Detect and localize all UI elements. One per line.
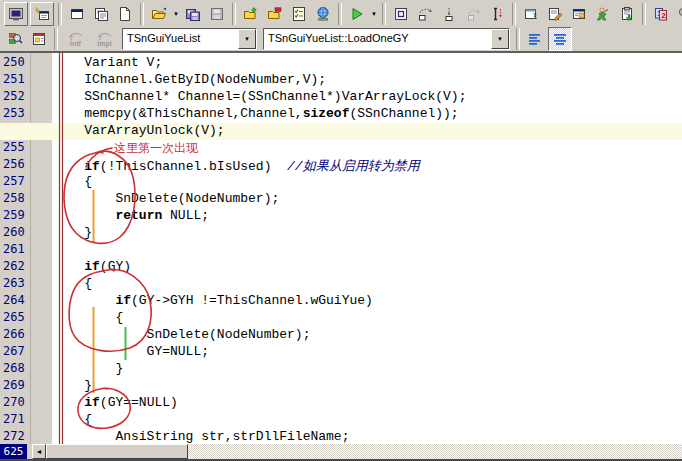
todo-list-icon <box>291 6 307 22</box>
line-number: 256 <box>0 157 52 174</box>
code-keyword: if <box>84 259 100 274</box>
toolbar-separator <box>512 3 516 25</box>
code-line: Variant V; <box>53 55 682 72</box>
code-line: if(GY->GYH !=ThisChannel.wGuiYue) <box>53 293 682 310</box>
line-number: 255 <box>0 140 52 157</box>
code-text: Variant V; <box>53 55 162 70</box>
goto-interface-button[interactable]: Intf <box>62 29 89 50</box>
code-text <box>53 159 84 174</box>
scrollbar-thumb[interactable] <box>46 444 188 459</box>
code-line: { <box>53 174 682 191</box>
code-line <box>53 242 682 259</box>
sort-left-button[interactable] <box>524 28 546 50</box>
environment-options-button[interactable] <box>674 3 682 25</box>
trace-into-icon <box>417 6 433 22</box>
code-line: { <box>53 276 682 293</box>
run-dropdown-arrow[interactable]: ▼ <box>369 3 379 25</box>
code-text: (GY==NULL) <box>100 395 178 410</box>
main-toolbar: ▼▼12? <box>0 0 682 27</box>
code-text <box>53 259 84 274</box>
browse-symbol-button[interactable] <box>4 28 26 50</box>
trace-into-button[interactable] <box>414 3 436 25</box>
open-file-dropdown-arrow[interactable]: ▼ <box>171 3 181 25</box>
intf-label: Intf <box>70 40 81 47</box>
status-row: 625 ◄ <box>0 444 682 459</box>
run-until-return-button <box>462 3 484 25</box>
project-manager-button[interactable] <box>568 3 590 25</box>
sort-center-icon <box>552 31 568 47</box>
chevron-down-icon[interactable]: ▼ <box>491 29 509 49</box>
code-line: GY=NULL; <box>53 344 682 361</box>
open-file-icon <box>151 6 167 22</box>
select-unit-icon <box>523 6 539 22</box>
line-number: 269 <box>0 378 52 395</box>
class-combo[interactable]: TSnGuiYueList ▼ <box>122 28 257 50</box>
code-text: { <box>53 276 92 291</box>
code-text: { <box>53 412 92 427</box>
code-explorer-button[interactable] <box>28 28 50 50</box>
step-over-icon <box>441 6 457 22</box>
line-number: 258 <box>0 191 52 208</box>
code-text: SnDelete(NodeNumber); <box>53 191 279 206</box>
gutter[interactable]: 2502512522532542552562572582592602612622… <box>0 53 52 444</box>
sort-center-button[interactable] <box>548 27 572 51</box>
chevron-down-icon[interactable]: ▼ <box>238 29 256 49</box>
debug-windows-button[interactable] <box>592 3 614 25</box>
program-reset-button[interactable] <box>390 3 412 25</box>
goto-implementation-button[interactable]: Impl <box>91 29 118 50</box>
method-combo-value[interactable]: TSnGuiYueList::LoadOneGY <box>264 29 491 49</box>
edit-source-button[interactable] <box>544 3 566 25</box>
new-form-button[interactable] <box>66 3 88 25</box>
run-to-cursor-button[interactable] <box>486 3 508 25</box>
web-deploy-button[interactable] <box>312 3 334 25</box>
line-number: 253 <box>0 106 52 123</box>
jump-arrow-icon <box>69 32 83 40</box>
environment-options-icon <box>677 6 682 22</box>
run-button[interactable] <box>346 3 368 25</box>
view-unit-icon <box>93 6 109 22</box>
save-all-button[interactable] <box>182 3 204 25</box>
open-file-button[interactable] <box>148 3 170 25</box>
view-unit-button[interactable] <box>90 3 112 25</box>
line-number: 262 <box>0 259 52 276</box>
code-line: SSnChannel* Channel=(SSnChannel*)VarArra… <box>53 89 682 106</box>
code-pane[interactable]: Variant V; IChannel.GetByID(NodeNumber,V… <box>53 53 682 444</box>
code-text: (!ThisChannel.bIsUsed) <box>100 159 287 174</box>
code-text: } <box>53 361 123 376</box>
toolbar-separator <box>58 3 62 25</box>
scroll-left-arrow[interactable]: ◄ <box>32 444 46 459</box>
step-over-button[interactable] <box>438 3 460 25</box>
class-combo-value[interactable]: TSnGuiYueList <box>123 29 238 49</box>
view-form-button[interactable] <box>4 2 28 26</box>
add-to-project-button[interactable] <box>240 3 262 25</box>
select-unit-button[interactable] <box>520 3 542 25</box>
edit-source-icon <box>547 6 563 22</box>
remove-from-project-button[interactable] <box>264 3 286 25</box>
code-keyword: sizeof <box>303 106 350 121</box>
toggle-form-unit-button[interactable] <box>30 2 54 26</box>
code-text: (SSnChannel)); <box>349 106 458 121</box>
horizontal-scrollbar[interactable]: ◄ <box>32 444 682 459</box>
code-editor[interactable]: 2502512522532542552562572582592602612622… <box>0 51 682 444</box>
method-combo[interactable]: TSnGuiYueList::LoadOneGY ▼ <box>263 28 510 50</box>
code-explorer-icon <box>31 31 47 47</box>
line-number: 260 <box>0 225 52 242</box>
todo-list-button[interactable] <box>288 3 310 25</box>
code-line: AnsiString str,strDllFileName; <box>53 429 682 444</box>
code-line: SnDelete(NodeNumber); <box>53 191 682 208</box>
code-text: VarArrayUnlock(V); <box>53 123 225 138</box>
form-list-button[interactable]: 12 <box>650 3 672 25</box>
web-deploy-icon <box>315 6 331 22</box>
code-text: } <box>53 378 92 393</box>
code-text: IChannel.GetByID(NodeNumber,V); <box>53 72 326 87</box>
svg-text:2: 2 <box>661 10 666 19</box>
view-form-icon <box>8 6 24 22</box>
toolbar-separator <box>642 3 646 25</box>
status-line-indicator: 625 <box>0 444 27 459</box>
install-packages-button[interactable] <box>616 3 638 25</box>
code-line: if(GY==NULL) <box>53 395 682 412</box>
new-file-button[interactable] <box>114 3 136 25</box>
code-keyword: return <box>115 208 162 223</box>
line-number: 264 <box>0 293 52 310</box>
save-button <box>206 3 228 25</box>
